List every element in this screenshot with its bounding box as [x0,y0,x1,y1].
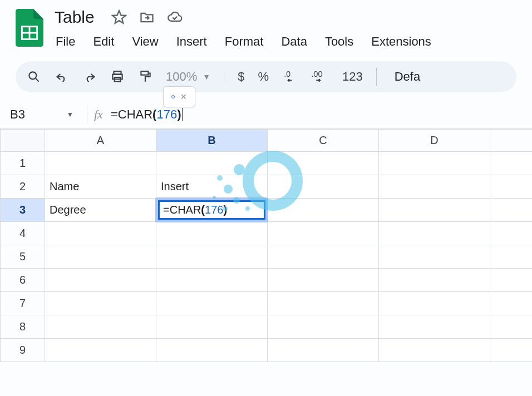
sheets-logo-icon[interactable] [16,9,43,47]
currency-button[interactable]: $ [238,70,244,84]
svg-point-4 [29,72,36,79]
cell-reference: B3 [10,107,25,122]
cell[interactable] [268,222,379,245]
svg-rect-9 [141,71,148,75]
menu-format[interactable]: Format [224,32,265,51]
cell[interactable] [45,269,156,292]
row-header-6[interactable]: 6 [1,269,45,292]
percent-button[interactable]: % [258,70,269,84]
star-icon[interactable] [111,9,127,25]
cell[interactable] [45,245,156,269]
document-title[interactable]: Table [55,8,95,27]
close-icon[interactable]: ✕ [180,92,187,101]
redo-icon[interactable] [82,70,97,84]
cell[interactable] [268,315,379,339]
cell[interactable] [490,292,533,315]
table-row: 3 Degree =CHAR(176) [1,199,533,222]
cell[interactable] [156,315,268,339]
cell[interactable] [156,269,268,292]
font-selector[interactable]: Defa [395,70,420,84]
cell[interactable] [490,152,533,175]
cell[interactable] [490,199,533,222]
svg-marker-3 [112,11,125,23]
cell[interactable] [379,175,490,199]
caret-down-icon: ▼ [67,111,73,118]
cell[interactable] [379,199,490,222]
cell[interactable] [490,315,533,339]
cell-a3[interactable]: Degree [45,199,156,222]
row-header-4[interactable]: 4 [1,222,45,245]
column-header-d[interactable]: D [379,130,490,152]
column-header-c[interactable]: C [268,130,379,152]
cell[interactable] [45,339,156,362]
undo-icon[interactable] [55,70,69,84]
paste-option-icon[interactable] [171,95,175,98]
row-header-7[interactable]: 7 [1,292,45,315]
row-header-8[interactable]: 8 [1,315,45,339]
cell[interactable] [490,222,533,245]
cell[interactable] [268,175,379,199]
cell[interactable] [156,245,268,269]
decrease-decimal-icon[interactable]: .0 [282,70,297,84]
cell[interactable] [379,269,490,292]
menu-edit[interactable]: Edit [92,32,115,51]
name-box[interactable]: B3 ▼ [8,100,80,128]
print-icon[interactable] [110,70,125,84]
number-format-button[interactable]: 123 [342,70,363,84]
row-header-9[interactable]: 9 [1,339,45,362]
paint-format-icon[interactable] [138,70,152,84]
cell[interactable] [45,222,156,245]
row-header-3[interactable]: 3 [1,199,45,222]
row-header-2[interactable]: 2 [1,175,45,199]
menu-bar: File Edit View Insert Format Data Tools … [55,27,532,51]
menu-tools[interactable]: Tools [324,32,354,51]
table-row: 2 Name Insert [1,175,533,199]
cell[interactable] [379,222,490,245]
menu-view[interactable]: View [131,32,159,51]
table-row: 1 [1,152,533,175]
cell[interactable] [268,245,379,269]
cell[interactable] [45,152,156,175]
cell[interactable] [490,245,533,269]
cell[interactable] [490,269,533,292]
cell[interactable] [268,339,379,362]
cell[interactable] [379,152,490,175]
formula-input[interactable]: =CHAR(176) [111,107,183,122]
row-header-1[interactable]: 1 [1,152,45,175]
column-header-e[interactable] [490,130,533,152]
column-header-b[interactable]: B [156,130,268,152]
cell[interactable] [268,199,379,222]
cloud-status-icon[interactable] [167,9,183,25]
menu-insert[interactable]: Insert [175,32,208,51]
cell[interactable] [490,339,533,362]
cell[interactable] [490,175,533,199]
cell[interactable] [379,315,490,339]
cell[interactable] [156,292,268,315]
cell[interactable] [156,339,268,362]
menu-file[interactable]: File [55,32,76,51]
zoom-selector[interactable]: 100% ▼ [166,70,210,84]
cell[interactable] [268,269,379,292]
row-header-5[interactable]: 5 [1,245,45,269]
cell-b2[interactable]: Insert [156,175,268,199]
column-header-a[interactable]: A [45,130,156,152]
cell[interactable] [268,292,379,315]
svg-line-5 [36,78,38,81]
cell[interactable] [156,152,268,175]
spreadsheet-grid[interactable]: A B C D 1 2 Name Insert 3 Degree [0,129,532,362]
move-folder-icon[interactable] [139,9,155,25]
cell[interactable] [379,245,490,269]
cell-b3[interactable]: =CHAR(176) [156,199,268,222]
search-icon[interactable] [27,70,41,84]
menu-extensions[interactable]: Extensions [370,32,432,51]
cell[interactable] [379,292,490,315]
menu-data[interactable]: Data [280,32,308,51]
select-all-corner[interactable] [1,130,45,152]
cell[interactable] [379,339,490,362]
cell[interactable] [156,222,268,245]
cell-a2[interactable]: Name [45,175,156,199]
cell[interactable] [45,315,156,339]
cell[interactable] [45,292,156,315]
cell[interactable] [268,152,379,175]
increase-decimal-icon[interactable]: .00 [310,70,329,84]
